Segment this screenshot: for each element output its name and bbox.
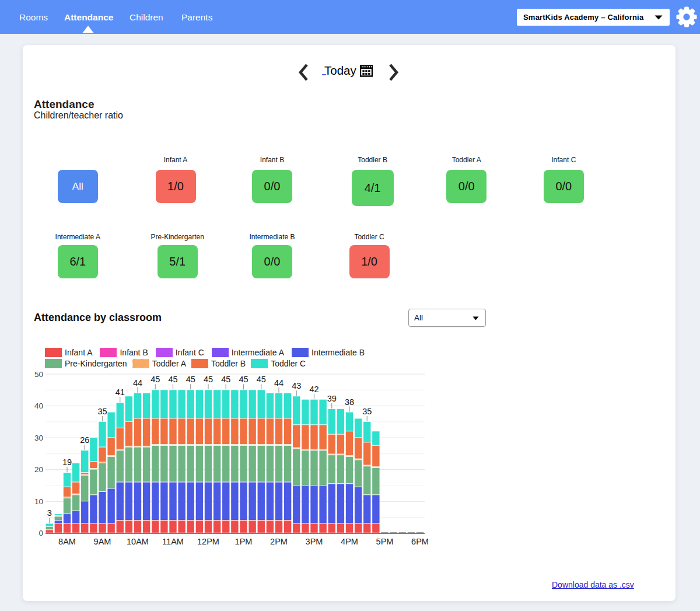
svg-text:5PM: 5PM xyxy=(376,537,394,546)
svg-text:26: 26 xyxy=(80,435,89,445)
svg-text:45: 45 xyxy=(186,375,195,384)
svg-text:42: 42 xyxy=(309,385,318,394)
svg-text:40: 40 xyxy=(34,401,43,410)
svg-text:45: 45 xyxy=(150,375,160,384)
svg-text:1PM: 1PM xyxy=(235,537,253,546)
svg-text:9AM: 9AM xyxy=(94,537,111,546)
svg-text:45: 45 xyxy=(257,375,266,384)
svg-text:10: 10 xyxy=(34,497,43,506)
svg-text:44: 44 xyxy=(274,378,284,387)
svg-text:50: 50 xyxy=(34,370,43,379)
svg-text:0: 0 xyxy=(38,529,43,537)
svg-text:3: 3 xyxy=(47,508,52,518)
svg-text:38: 38 xyxy=(345,397,354,407)
svg-text:12PM: 12PM xyxy=(197,537,219,546)
svg-text:43: 43 xyxy=(292,381,301,390)
svg-text:6PM: 6PM xyxy=(411,537,429,546)
svg-text:44: 44 xyxy=(133,378,142,387)
svg-text:45: 45 xyxy=(221,375,230,384)
svg-text:45: 45 xyxy=(168,375,177,384)
svg-text:20: 20 xyxy=(34,465,43,474)
svg-text:4PM: 4PM xyxy=(341,537,358,546)
svg-text:39: 39 xyxy=(327,394,337,403)
svg-text:35: 35 xyxy=(97,407,107,416)
svg-text:8AM: 8AM xyxy=(58,537,76,546)
svg-text:11AM: 11AM xyxy=(162,537,184,546)
svg-text:19: 19 xyxy=(62,458,72,467)
svg-text:41: 41 xyxy=(116,387,125,397)
svg-text:10AM: 10AM xyxy=(127,537,149,546)
svg-text:30: 30 xyxy=(34,434,43,442)
svg-text:35: 35 xyxy=(362,407,372,416)
svg-text:2PM: 2PM xyxy=(270,537,288,546)
svg-text:3PM: 3PM xyxy=(306,537,323,546)
svg-text:45: 45 xyxy=(204,375,213,384)
svg-text:45: 45 xyxy=(239,375,248,384)
